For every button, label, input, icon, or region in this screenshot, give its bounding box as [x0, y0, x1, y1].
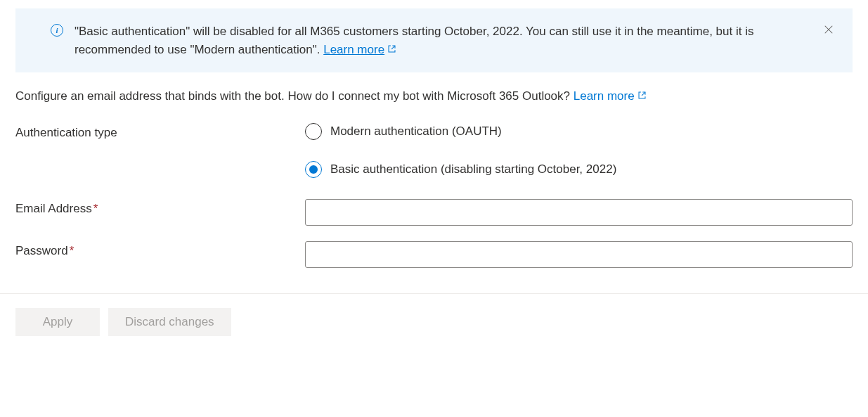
email-control: [305, 199, 853, 226]
email-label: Email Address*: [15, 199, 305, 216]
password-label-text: Password: [15, 244, 68, 257]
password-control: [305, 241, 853, 268]
button-row: Apply Discard changes: [0, 294, 868, 350]
external-link-icon: [637, 89, 647, 103]
required-asterisk: *: [70, 244, 75, 257]
radio-basic-auth[interactable]: Basic authentication (disabling starting…: [305, 161, 853, 178]
auth-type-row: Authentication type Modern authenticatio…: [15, 123, 853, 178]
close-icon: [824, 25, 834, 34]
info-banner: i "Basic authentication" will be disable…: [15, 8, 853, 72]
radio-modern-label: Modern authentication (OAUTH): [330, 124, 502, 139]
info-icon: i: [51, 24, 63, 37]
external-link-icon: [387, 41, 396, 59]
banner-text: "Basic authentication" will be disabled …: [75, 23, 817, 58]
radio-modern-auth[interactable]: Modern authentication (OAUTH): [305, 123, 853, 140]
radio-basic-label: Basic authentication (disabling starting…: [330, 162, 616, 177]
apply-button[interactable]: Apply: [15, 308, 100, 336]
description-row: Configure an email address that binds wi…: [0, 89, 868, 103]
required-asterisk: *: [93, 202, 98, 215]
description-text: Configure an email address that binds wi…: [15, 89, 574, 103]
banner-learn-more-link[interactable]: Learn more: [323, 43, 396, 56]
password-label: Password*: [15, 241, 305, 258]
email-label-text: Email Address: [15, 202, 92, 215]
form-area: Authentication type Modern authenticatio…: [0, 123, 868, 268]
banner-text-content: "Basic authentication" will be disabled …: [75, 25, 753, 56]
password-row: Password*: [15, 241, 853, 268]
close-banner-button[interactable]: [822, 23, 836, 37]
radio-circle-icon: [305, 161, 322, 178]
auth-type-control: Modern authentication (OAUTH) Basic auth…: [305, 123, 853, 178]
auth-type-radio-group: Modern authentication (OAUTH) Basic auth…: [305, 123, 853, 178]
email-row: Email Address*: [15, 199, 853, 226]
radio-dot-icon: [309, 165, 318, 174]
email-input[interactable]: [305, 199, 853, 226]
password-input[interactable]: [305, 241, 853, 268]
discard-changes-button[interactable]: Discard changes: [108, 308, 231, 336]
banner-learn-more-label: Learn more: [323, 43, 384, 56]
radio-circle-icon: [305, 123, 322, 140]
description-learn-more-label: Learn more: [574, 89, 635, 103]
description-learn-more-link[interactable]: Learn more: [574, 89, 647, 103]
auth-type-label: Authentication type: [15, 123, 305, 140]
